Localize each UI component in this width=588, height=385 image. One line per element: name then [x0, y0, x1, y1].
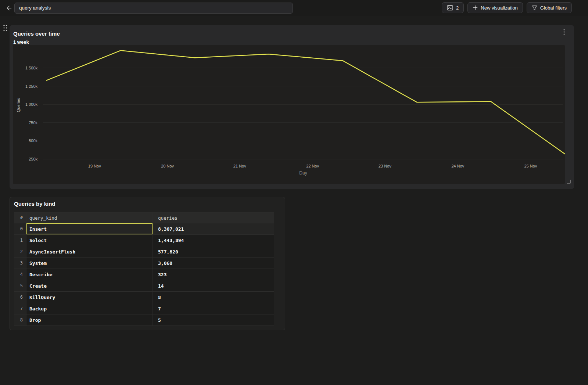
row-index-cell[interactable]: 2 — [14, 246, 26, 257]
x-tick-label: 25 Nov — [524, 164, 537, 168]
chart-subtitle: 1 week — [13, 39, 29, 45]
table-row: 4Describe323 — [14, 269, 274, 280]
queries-cell[interactable]: 5 — [153, 314, 274, 325]
global-filters-button[interactable]: Global filters — [527, 2, 572, 13]
query-kind-cell[interactable]: System — [26, 258, 153, 269]
queries-series-line — [47, 50, 565, 154]
arrow-left-icon — [5, 4, 12, 12]
query-kind-cell[interactable]: Describe — [26, 269, 153, 280]
header-queries-column[interactable]: queries — [153, 213, 274, 223]
table-row: 1Select1,443,894 — [14, 235, 274, 246]
queries-cell[interactable]: 8 — [153, 292, 274, 303]
y-tick-label: 1 250k — [25, 84, 38, 89]
x-axis-title: Day — [299, 170, 307, 176]
chart-title: Queries over time — [13, 30, 60, 37]
x-tick-label: 20 Nov — [161, 164, 174, 168]
funnel-icon — [532, 5, 537, 11]
x-tick-label: 24 Nov — [451, 164, 464, 168]
query-kind-cell[interactable]: Select — [26, 235, 153, 246]
header-index-column: # — [14, 213, 26, 223]
table-header-row: #query_kindqueries — [14, 213, 274, 223]
table-row: 3System3,060 — [14, 258, 274, 269]
queries-line-chart: 250k500k750k1 000k1 250k1 500k19 Nov20 N… — [13, 45, 565, 184]
row-index-cell[interactable]: 0 — [14, 223, 26, 234]
y-tick-label: 500k — [29, 138, 37, 143]
back-button[interactable] — [3, 3, 14, 14]
table-row: 7Backup7 — [14, 303, 274, 314]
dashboard-title-input[interactable] — [14, 3, 293, 14]
sql-console-icon — [447, 5, 453, 11]
row-index-cell[interactable]: 8 — [14, 314, 26, 325]
queries-cell[interactable]: 7 — [153, 303, 274, 314]
table-row: 0Insert8,307,021 — [14, 223, 274, 235]
query-kind-cell[interactable]: Drop — [26, 314, 153, 325]
kebab-vertical-icon — [563, 29, 565, 35]
queries-cell[interactable]: 577,820 — [153, 246, 274, 257]
row-index-cell[interactable]: 7 — [14, 303, 26, 314]
queries-by-kind-panel: Queries by kind #query_kindqueries0Inser… — [10, 197, 285, 330]
query-kind-cell[interactable]: AsyncInsertFlush — [26, 246, 153, 257]
new-visualization-label: New visualization — [481, 5, 517, 11]
queries-cell[interactable]: 323 — [153, 269, 274, 280]
table-row: 5Create14 — [14, 280, 274, 292]
table-title: Queries by kind — [14, 201, 55, 207]
table-row: 2AsyncInsertFlush577,820 — [14, 246, 274, 258]
x-tick-label: 21 Nov — [233, 164, 246, 168]
y-axis-title: Queries — [16, 98, 21, 112]
console-count-label: 2 — [456, 5, 459, 11]
table-row: 6KillQuery8 — [14, 292, 274, 303]
panel-resize-handle[interactable] — [566, 179, 571, 186]
queries-cell[interactable]: 3,060 — [153, 258, 274, 269]
query-kind-cell[interactable]: Backup — [26, 303, 153, 314]
chart-plot-area: 250k500k750k1 000k1 250k1 500k19 Nov20 N… — [13, 45, 565, 184]
console-count-button[interactable]: 2 — [442, 2, 464, 13]
x-tick-label: 19 Nov — [88, 164, 101, 168]
y-tick-label: 1 000k — [25, 102, 38, 107]
x-tick-label: 23 Nov — [379, 164, 391, 168]
table-row: 8Drop5 — [14, 314, 274, 326]
query-kind-cell[interactable]: Create — [26, 280, 153, 291]
plus-icon — [473, 5, 478, 10]
row-index-cell[interactable]: 1 — [14, 235, 26, 246]
chart-menu-button[interactable] — [560, 28, 568, 36]
panel-drag-handle[interactable] — [3, 24, 8, 33]
queries-over-time-panel: Queries over time 1 week 250k500k750k1 0… — [10, 25, 574, 189]
y-tick-label: 250k — [29, 157, 37, 161]
topbar-actions: 2 New visualization Global filters — [442, 2, 572, 13]
queries-cell[interactable]: 14 — [153, 280, 274, 291]
row-index-cell[interactable]: 3 — [14, 258, 26, 269]
y-tick-label: 1 500k — [25, 66, 38, 70]
resize-corner-icon — [566, 179, 571, 184]
row-index-cell[interactable]: 5 — [14, 280, 26, 291]
header-query-kind-column[interactable]: query_kind — [26, 213, 153, 223]
global-filters-label: Global filters — [540, 5, 567, 11]
topbar: 2 New visualization Global filters — [0, 0, 588, 16]
drag-handle-dots-icon — [3, 24, 8, 32]
x-tick-label: 22 Nov — [306, 164, 319, 168]
new-visualization-button[interactable]: New visualization — [467, 2, 523, 13]
queries-cell[interactable]: 1,443,894 — [153, 235, 274, 246]
y-tick-label: 750k — [29, 120, 37, 125]
queries-cell[interactable]: 8,307,021 — [153, 223, 274, 234]
query-kind-cell-selected[interactable]: Insert — [26, 223, 153, 234]
queries-by-kind-table: #query_kindqueries0Insert8,307,0211Selec… — [14, 212, 274, 326]
row-index-cell[interactable]: 4 — [14, 269, 26, 280]
query-kind-cell[interactable]: KillQuery — [26, 292, 153, 303]
row-index-cell[interactable]: 6 — [14, 292, 26, 303]
